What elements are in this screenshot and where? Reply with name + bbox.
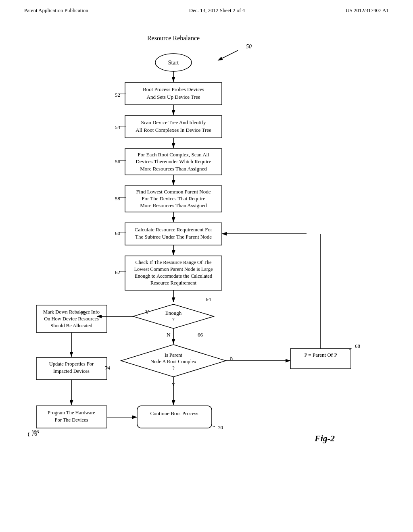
box-54-text2: All Root Complexes In Device Tree: [136, 127, 211, 133]
label-56: 56: [115, 158, 121, 164]
label-66: 66: [198, 332, 203, 338]
box-74-text2: Impacted Devices: [53, 368, 90, 374]
ref-50-arrow: [218, 50, 238, 60]
diamond-66-text1: Is Parent: [165, 352, 183, 358]
box-68-text1: P = Parent Of P: [304, 352, 337, 358]
diamond-64-text2: ?: [172, 316, 175, 322]
box-74-text1: Update Properties For: [49, 361, 94, 367]
label-64: 64: [206, 296, 211, 302]
label-68: 68: [355, 343, 360, 349]
label-52: 52: [115, 92, 120, 98]
box-52-text2: And Sets Up Device Tree: [147, 94, 200, 100]
label-76-brace: 76: [31, 431, 37, 437]
box-58-text2: For The Devices That Require: [142, 195, 205, 202]
label-58: 58: [115, 195, 120, 202]
box-58-text1: Find Lowest Common Parent Node: [136, 189, 211, 195]
label-70: 70: [218, 424, 223, 430]
box-76-text2: For The Devices: [54, 417, 88, 423]
page-header: Patent Application Publication Dec. 13, …: [0, 0, 413, 18]
box-60-text1: Calculate Resource Requirement For: [135, 227, 213, 233]
n-label-66: N: [230, 355, 234, 361]
diagram-area: Resource Rebalance 50 Start Boot Process…: [0, 18, 413, 510]
box-62-text3: Enough to Accomodate the Calculated: [135, 273, 213, 279]
flowchart-svg: Resource Rebalance 50 Start Boot Process…: [0, 18, 413, 510]
box-70: [137, 406, 212, 428]
box-56-text3: More Resources Than Assigned: [140, 166, 207, 172]
ref-50: 50: [246, 44, 252, 50]
header-middle: Dec. 13, 2012 Sheet 2 of 4: [189, 7, 245, 14]
header-left: Patent Application Publication: [24, 7, 88, 14]
box-54-text1: Scan Device Tree And Identify: [141, 119, 206, 125]
box-70-text1: Continue Boot Process: [150, 410, 198, 416]
y-label-64: Y: [145, 309, 149, 315]
box-56-text1: For Each Root Complex, Scan All: [138, 152, 209, 158]
diagram-title: Resource Rebalance: [147, 35, 200, 42]
box-62-text1: Check If The Resource Range Of The: [135, 260, 212, 265]
box-56-text2: Devices Thereunder Which Require: [136, 158, 211, 164]
start-label: Start: [168, 60, 179, 66]
box-62-text2: Lowest Common Parent Node is Large: [134, 266, 213, 272]
label-76-arc: [28, 432, 29, 436]
box-72-text2: On How Device Resources: [44, 316, 99, 322]
box-72-text3: Should Be Allocated: [50, 323, 92, 328]
label-74: 74: [105, 365, 111, 371]
diamond-64-text1: Enough: [165, 310, 182, 316]
box-62-text4: Resource Requirement: [150, 280, 197, 286]
box-52-text1: Boot Process Probes Devices: [143, 86, 204, 92]
box-58-text3: More Resources Than Assigned: [140, 202, 207, 208]
header-right: US 2012/317407 A1: [346, 7, 389, 14]
label-54: 54: [115, 124, 121, 130]
label-70-line: [213, 426, 215, 427]
box-76-text1: Program The Hardware: [48, 410, 95, 416]
diamond-66-text3: ?: [172, 365, 175, 371]
fig-label: Fig-2: [314, 433, 335, 443]
label-60: 60: [115, 230, 120, 236]
n-label-64: N: [167, 332, 171, 338]
box-72-text1: Mark Down Rebalance Info: [43, 309, 100, 315]
label-62: 62: [115, 269, 120, 275]
diamond-66-text2: Node A Root Complex: [150, 359, 197, 364]
box-60-text2: The Subtree Under The Parent Node: [135, 234, 212, 240]
